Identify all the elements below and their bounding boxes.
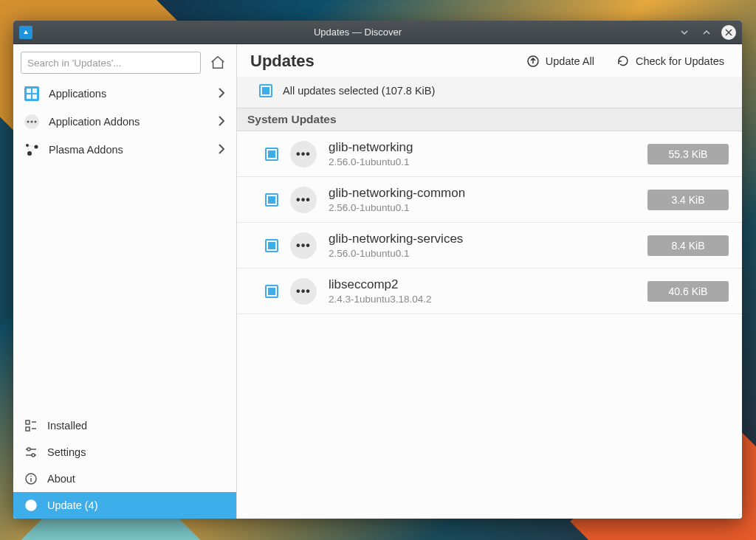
close-icon (725, 29, 732, 36)
package-text: glib-networking-services 2.56.0-1ubuntu0… (329, 232, 636, 259)
installed-icon (24, 418, 38, 433)
plasma-icon (24, 142, 40, 158)
package-version: 2.56.0-1ubuntu0.1 (329, 156, 636, 167)
home-button[interactable] (207, 52, 229, 74)
package-name: glib-networking-services (329, 232, 636, 246)
package-row[interactable]: ••• glib-networking-services 2.56.0-1ubu… (237, 223, 742, 269)
package-icon: ••• (290, 232, 317, 259)
select-all-row: All updates selected (107.8 KiB) (237, 77, 742, 108)
sidebar-item-label: Plasma Addons (49, 144, 208, 156)
svg-rect-5 (32, 94, 37, 99)
refresh-icon (616, 55, 630, 68)
sidebar-item-label: Settings (47, 446, 86, 458)
sidebar-item-label: About (47, 473, 75, 485)
sidebar-item-label: Applications (49, 88, 208, 100)
package-checkbox[interactable] (265, 148, 278, 161)
search-row (13, 44, 236, 80)
button-label: Update All (546, 55, 594, 67)
svg-point-9 (35, 121, 37, 123)
package-version: 2.56.0-1ubuntu0.1 (329, 202, 636, 213)
section-system-updates: System Updates (237, 108, 742, 131)
svg-point-23 (30, 476, 32, 477)
svg-rect-2 (27, 89, 31, 93)
package-checkbox[interactable] (265, 193, 278, 207)
package-row[interactable]: ••• glib-networking 2.56.0-1ubuntu0.1 55… (237, 131, 742, 177)
select-all-text: All updates selected (107.8 KiB) (283, 85, 435, 97)
chevron-right-icon (217, 142, 226, 158)
sidebar-item-application-addons[interactable]: Application Addons (13, 108, 236, 136)
svg-point-20 (32, 454, 35, 457)
package-row[interactable]: ••• libseccomp2 2.4.3-1ubuntu3.18.04.2 4… (237, 269, 742, 314)
settings-icon (24, 445, 38, 460)
package-checkbox[interactable] (265, 239, 278, 252)
window-controls (677, 25, 736, 40)
chevron-down-icon (679, 27, 690, 38)
search-input[interactable] (21, 52, 201, 74)
select-all-checkbox[interactable] (259, 84, 272, 97)
package-row[interactable]: ••• glib-networking-common 2.56.0-1ubunt… (237, 177, 742, 223)
sidebar-item-settings[interactable]: Settings (13, 439, 236, 465)
package-checkbox[interactable] (265, 285, 278, 298)
package-size: 55.3 KiB (647, 144, 729, 165)
svg-point-8 (31, 121, 33, 123)
package-name: glib-networking-common (329, 186, 636, 201)
sidebar-item-plasma-addons[interactable]: Plasma Addons (13, 136, 236, 164)
minimize-button[interactable] (677, 25, 692, 40)
close-button[interactable] (721, 25, 736, 40)
dots-icon (24, 114, 40, 130)
svg-rect-3 (32, 89, 37, 93)
package-name: libseccomp2 (329, 277, 636, 292)
sidebar-item-installed[interactable]: Installed (13, 412, 236, 439)
package-size: 3.4 KiB (647, 190, 729, 210)
package-text: glib-networking 2.56.0-1ubuntu0.1 (329, 140, 636, 167)
chevron-right-icon (217, 114, 226, 130)
package-version: 2.4.3-1ubuntu3.18.04.2 (329, 294, 636, 305)
app-icon (19, 26, 32, 39)
sidebar-item-label: Application Addons (49, 116, 208, 128)
window-body: Applications Application Addons Plasma (13, 44, 742, 519)
header-row: Updates Update All Check for Updates (237, 44, 742, 77)
package-icon: ••• (290, 187, 317, 213)
sidebar-item-about[interactable]: About (13, 465, 236, 492)
upload-icon (526, 55, 540, 68)
discover-window: Updates — Discover (13, 21, 742, 519)
package-version: 2.56.0-1ubuntu0.1 (329, 248, 636, 259)
package-icon: ••• (290, 141, 317, 167)
chevron-up-icon (701, 27, 712, 38)
info-icon (24, 471, 38, 486)
page-title: Updates (250, 52, 509, 71)
home-icon (210, 55, 226, 71)
package-icon: ••• (290, 278, 317, 305)
package-text: glib-networking-common 2.56.0-1ubuntu0.1 (329, 186, 636, 213)
update-icon (24, 498, 38, 513)
sidebar-item-update[interactable]: Update (4) (13, 492, 236, 519)
svg-rect-13 (26, 420, 30, 424)
sidebar-item-applications[interactable]: Applications (13, 80, 236, 108)
svg-rect-14 (26, 427, 30, 431)
sidebar-item-label: Installed (47, 420, 87, 432)
window-title: Updates — Discover (38, 27, 677, 38)
package-name: glib-networking (329, 140, 636, 155)
maximize-button[interactable] (699, 25, 714, 40)
apps-icon (24, 86, 40, 102)
titlebar: Updates — Discover (13, 21, 742, 44)
chevron-right-icon (217, 86, 226, 102)
sidebar-item-label: Update (4) (47, 499, 98, 511)
svg-point-7 (27, 121, 30, 123)
package-size: 40.6 KiB (647, 281, 729, 302)
check-updates-button[interactable]: Check for Updates (612, 52, 729, 71)
svg-point-18 (27, 448, 30, 451)
main-content: Updates Update All Check for Updates All… (237, 44, 742, 519)
update-all-button[interactable]: Update All (522, 52, 599, 71)
svg-rect-4 (27, 94, 31, 99)
package-size: 8.4 KiB (647, 235, 729, 256)
sidebar: Applications Application Addons Plasma (13, 44, 237, 519)
button-label: Check for Updates (636, 55, 724, 67)
package-text: libseccomp2 2.4.3-1ubuntu3.18.04.2 (329, 277, 636, 305)
